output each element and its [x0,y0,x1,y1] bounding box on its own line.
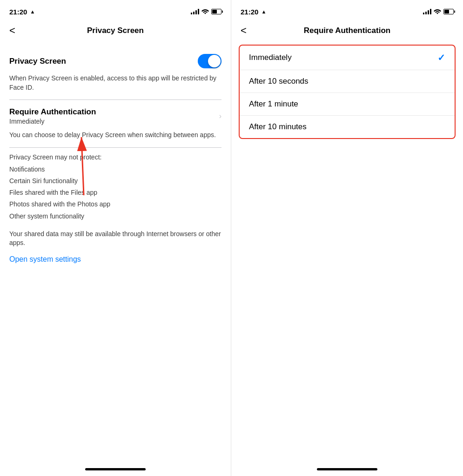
option-immediately[interactable]: Immediately ✓ [240,46,455,70]
protect-title: Privacy Screen may not protect: [9,153,221,161]
left-panel: 21:20 ▲ < Privacy Screen Priv [0,0,231,476]
left-status-bar: 21:20 ▲ [0,0,231,20]
left-status-icons [191,8,221,15]
left-nav-title: Privacy Screen [87,26,144,35]
option-after-10-minutes[interactable]: After 10 minutes [240,116,455,138]
auth-label-group: Require Authentication Immediately [9,107,96,125]
divider-1 [9,99,221,100]
right-time-text: 21:20 [241,8,258,16]
right-back-button[interactable]: < [241,25,247,37]
time-text: 21:20 [9,8,27,16]
auth-options-container: Immediately ✓ After 10 seconds After 1 m… [239,45,456,139]
left-nav-bar: < Privacy Screen [0,20,231,41]
option-after-1-minute-label: After 1 minute [249,99,298,109]
right-home-indicator [317,468,377,470]
right-time: 21:20 ▲ [241,8,266,16]
left-back-button[interactable]: < [9,25,15,37]
battery-icon [211,9,221,14]
toggle-knob [208,55,221,67]
protect-section: Privacy Screen may not protect: Notifica… [9,150,221,222]
option-after-1-minute[interactable]: After 1 minute [240,93,455,116]
privacy-screen-row: Privacy Screen [9,48,221,74]
option-after-10-minutes-label: After 10 minutes [249,122,307,132]
require-auth-row[interactable]: Require Authentication Immediately › [9,102,221,131]
left-time: 21:20 ▲ [9,8,35,16]
location-arrow-icon: ▲ [30,9,35,14]
right-status-bar: 21:20 ▲ [231,0,463,20]
require-auth-sublabel: Immediately [9,118,96,125]
right-nav-bar: < Require Authentication [231,20,463,41]
option-after-10-seconds[interactable]: After 10 seconds [240,70,455,93]
auth-options-wrapper: Immediately ✓ After 10 seconds After 1 m… [231,45,463,139]
privacy-screen-label: Privacy Screen [9,57,66,66]
right-panel: 21:20 ▲ < Require Authentication I [231,0,463,476]
right-signal-bars-icon [423,9,431,14]
left-home-indicator [85,468,146,470]
right-status-icons [423,8,454,15]
privacy-screen-toggle[interactable] [198,54,221,68]
option-after-10-seconds-label: After 10 seconds [249,77,309,86]
right-nav-title: Require Authentication [304,26,390,35]
privacy-screen-section: Privacy Screen When Privacy Screen is en… [9,48,221,98]
open-settings-link[interactable]: Open system settings [9,248,221,264]
right-battery-icon [443,9,454,14]
protect-item-photos: Photos shared with the Photos app [9,198,221,210]
divider-2 [9,147,221,148]
chevron-right-icon: › [219,112,221,120]
wifi-icon [201,8,209,15]
right-wifi-icon [434,8,441,15]
auth-description: You can choose to delay Privacy Screen w… [9,131,221,145]
protect-item-notifications: Notifications [9,164,221,175]
right-location-arrow-icon: ▲ [261,9,266,14]
privacy-screen-description: When Privacy Screen is enabled, access t… [9,74,221,98]
checkmark-icon: ✓ [437,52,445,63]
require-auth-label: Require Authentication [9,107,96,117]
shared-data-note: Your shared data may still be available … [9,222,221,248]
protect-item-siri: Certain Siri functionality [9,175,221,187]
protect-item-system: Other system functionality [9,211,221,222]
signal-bars-icon [191,9,199,14]
left-content: Privacy Screen When Privacy Screen is en… [0,41,231,271]
option-immediately-label: Immediately [249,53,292,62]
protect-item-files: Files shared with the Files app [9,187,221,198]
protect-items-list: Notifications Certain Siri functionality… [9,164,221,222]
